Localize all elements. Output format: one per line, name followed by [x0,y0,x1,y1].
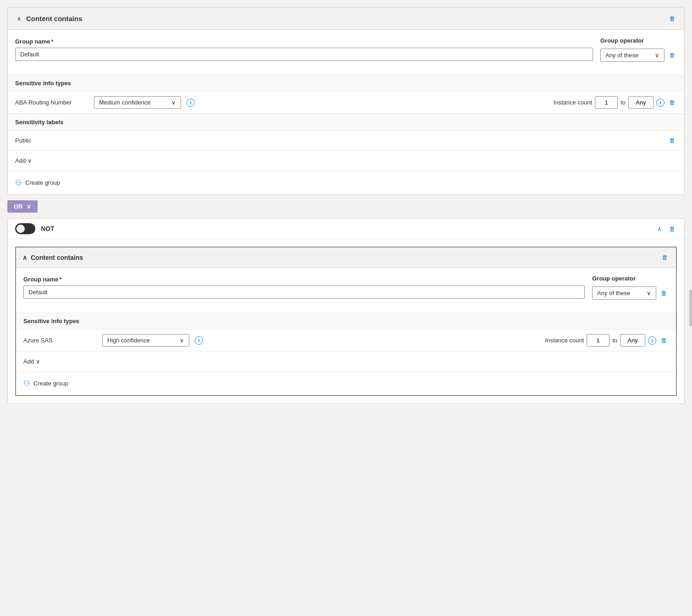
group-name-field-wrapper: Group name* [15,38,593,61]
section1-body: Group name* Group operator Any of these … [8,30,684,75]
inner-sensitive-info-types-label: Sensitive info types [16,313,676,330]
inner-body: Group name* Group operator Any of these … [16,268,676,395]
not-toggle-slider [15,223,35,234]
aba-trash-icon: 🗑 [669,99,675,106]
content-contains-inner-trash-icon: 🗑 [662,254,668,261]
azure-sas-to-label: to [612,337,617,344]
aba-instance-count-label: Instance count [554,99,593,106]
azure-sas-instance-from-input[interactable] [587,334,610,346]
required-star-1: * [51,38,54,45]
sensitivity-labels-label: Sensitivity labels [8,114,684,131]
aba-confidence-chevron-icon: ∨ [171,99,176,106]
inner-group-operator-section: Group operator Any of these ∨ 🗑 [592,275,669,300]
azure-sas-label: Azure SAS [23,337,97,344]
group-name-row: Group name* Group operator Any of these … [15,37,677,62]
aba-delete-button[interactable]: 🗑 [667,97,677,108]
azure-sas-confidence-dropdown[interactable]: High confidence ∨ [102,334,189,346]
inner-group-operator-value: Any of these [597,290,630,297]
aba-confidence-info-icon[interactable]: i [187,99,195,107]
inner-create-group-button[interactable]: ⚇ Create group [23,377,68,390]
not-collapse-icon: ∧ [657,226,662,232]
aba-instance-count-section: Instance count to i 🗑 [554,96,677,109]
inner-create-group-label: Create group [33,380,68,387]
section1-create-group-people-icon: ⚇ [15,178,22,187]
inner-group-operator-delete-button[interactable]: 🗑 [659,288,669,298]
not-toggle[interactable] [15,223,35,234]
azure-sas-instance-count-label: Instance count [545,337,584,344]
content-contains-inner-collapse-icon[interactable]: ∧ [22,254,27,261]
or-label: OR [14,203,23,210]
azure-sas-confidence-chevron-icon: ∨ [180,337,184,344]
not-trash-icon: 🗑 [669,226,675,232]
not-header-right: ∧ 🗑 [655,224,677,234]
group-name-input[interactable] [15,48,593,61]
section1-add-button[interactable]: Add ∨ [15,155,32,166]
not-delete-button[interactable]: 🗑 [667,224,677,234]
section1-trash-icon: 🗑 [669,15,675,22]
not-header: NOT ∧ 🗑 [8,219,684,239]
section1-create-group-button[interactable]: ⚇ Create group [15,176,60,189]
azure-sas-instance-to-input[interactable] [620,334,645,346]
section1-title: Content contains [26,15,82,22]
content-contains-inner-delete-button[interactable]: 🗑 [660,252,670,263]
group-operator-dropdown[interactable]: Any of these ∨ [600,49,665,62]
azure-sas-instance-info-icon[interactable]: i [648,336,656,345]
section1-delete-button[interactable]: 🗑 [667,13,677,24]
section1-add-label: Add [15,157,26,164]
inner-group-name-field-wrapper: Group name* [23,276,585,299]
inner-group-operator-trash-icon: 🗑 [661,290,667,297]
azure-sas-confidence-info-icon[interactable]: i [195,336,203,345]
inner-group-name-container: Group name* Group operator Any of these … [16,268,676,313]
section1-create-group-row: ⚇ Create group [8,171,684,194]
public-label: Public [15,137,88,144]
azure-sas-trash-icon: 🗑 [661,337,667,344]
content-contains-section-1: ∧ Content contains 🗑 Group name* Group o… [7,7,685,195]
aba-routing-row: ABA Routing Number Medium confidence ∨ i… [8,92,684,114]
inner-group-operator-chevron-icon: ∨ [647,290,651,297]
public-row: Public 🗑 [8,131,684,151]
section1-add-row: Add ∨ [8,151,684,171]
aba-instance-info-icon[interactable]: i [656,99,665,107]
group-operator-trash-icon: 🗑 [669,52,675,59]
aba-confidence-dropdown[interactable]: Medium confidence ∨ [94,96,181,109]
content-contains-inner-title-row: ∧ Content contains [22,254,83,261]
group-operator-chevron-icon: ∨ [655,52,659,59]
azure-sas-delete-button[interactable]: 🗑 [659,335,669,346]
inner-group-name-row: Group name* Group operator Any of these … [23,275,669,300]
content-contains-inner-section: ∧ Content contains 🗑 Group name* [15,247,677,396]
not-label: NOT [41,225,55,232]
inner-group-operator-dropdown[interactable]: Any of these ∨ [592,286,656,300]
not-section: NOT ∧ 🗑 ∧ Content contains 🗑 [7,218,685,404]
not-collapse-button[interactable]: ∧ [655,224,664,234]
inner-required-star: * [60,276,62,283]
not-body: ∧ Content contains 🗑 Group name* [8,239,684,403]
azure-sas-instance-count-section: Instance count to i 🗑 [545,334,669,346]
aba-routing-label: ABA Routing Number [15,99,88,106]
public-delete-button[interactable]: 🗑 [667,135,677,146]
azure-sas-row: Azure SAS High confidence ∨ i Instance c… [16,330,676,352]
inner-add-row: Add ∨ [16,352,676,372]
inner-group-name-label: Group name* [23,276,585,283]
section1-collapse-icon[interactable]: ∧ [15,15,22,22]
inner-add-button[interactable]: Add ∨ [23,356,40,367]
inner-add-chevron-icon: ∨ [36,358,40,365]
or-button-container: OR ∨ [7,200,685,213]
section1-create-group-label: Create group [25,179,60,186]
inner-group-operator-label: Group operator [592,275,669,282]
content-contains-inner-header: ∧ Content contains 🗑 [16,248,676,268]
group-name-label: Group name* [15,38,593,45]
section1-header: ∧ Content contains 🗑 [8,8,684,30]
inner-group-name-input[interactable] [23,286,585,299]
group-operator-label: Group operator [600,37,677,44]
not-header-left: NOT [15,223,55,234]
inner-add-label: Add [23,358,34,365]
aba-instance-from-input[interactable] [595,96,618,109]
scrollbar[interactable] [689,290,692,326]
or-button[interactable]: OR ∨ [7,200,38,213]
public-trash-icon: 🗑 [669,137,675,144]
aba-instance-to-input[interactable] [628,96,654,109]
or-chevron-icon: ∨ [27,203,31,210]
group-operator-delete-button[interactable]: 🗑 [667,50,677,60]
content-contains-inner-title: Content contains [31,254,83,261]
group-operator-value: Any of these [605,52,638,59]
